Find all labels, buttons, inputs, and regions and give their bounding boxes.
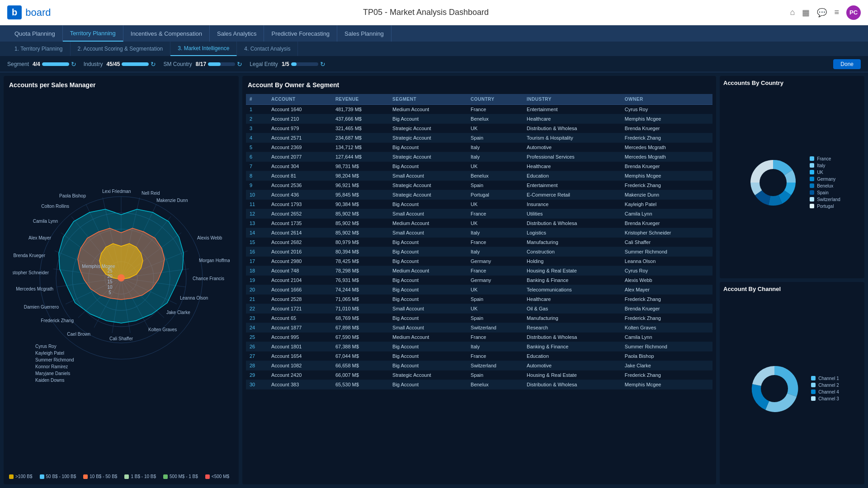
legal-entity-bar <box>291 62 318 66</box>
svg-point-65 <box>760 169 787 196</box>
sm-country-progress: 8/17 ↻ <box>196 61 242 68</box>
segment-progress: 4/4 ↻ <box>33 61 76 68</box>
nav-territory-planning[interactable]: Territory Planning <box>63 25 123 42</box>
table-row[interactable]: 8Account 8198,204 M$Small AccountBenelux… <box>246 171 712 181</box>
accounts-table-container[interactable]: # ACCOUNT REVENUE SEGMENT COUNTRY INDUST… <box>246 94 712 481</box>
table-row[interactable]: 3Account 979321,465 M$Strategic AccountU… <box>246 124 712 133</box>
table-row[interactable]: 17Account 298078,425 M$Big AccountGerman… <box>246 257 712 266</box>
table-row[interactable]: 25Account 99567,590 M$Medium AccountFran… <box>246 333 712 342</box>
table-row[interactable]: 11Account 179390,384 M$Big AccountUKInsu… <box>246 200 712 209</box>
table-cell: 134,712 M$ <box>332 143 389 152</box>
table-row[interactable]: 24Account 187767,898 M$Small AccountSwit… <box>246 323 712 333</box>
sub-account-scoring[interactable]: 2. Account Scoring & Segmentation <box>71 42 171 56</box>
table-row[interactable]: 1Account 1640481,739 M$Medium AccountFra… <box>246 105 712 114</box>
table-row[interactable]: 7Account 30498,731 M$Big AccountUKHealth… <box>246 162 712 171</box>
table-cell: 98,204 M$ <box>332 171 389 181</box>
table-cell: Summer Richmond <box>621 342 712 352</box>
by-channel-title: Account By Channel <box>723 286 861 292</box>
table-row[interactable]: 5Account 2369134,712 M$Big AccountItalyA… <box>246 143 712 152</box>
table-row[interactable]: 6Account 2077127,644 M$Strategic Account… <box>246 152 712 162</box>
sub-market-intelligence[interactable]: 3. Market Intelligence <box>170 42 237 56</box>
table-cell: Kolten Graves <box>621 323 712 333</box>
table-cell: Paola Bishop <box>621 352 712 361</box>
table-cell: Leanna Olson <box>621 257 712 266</box>
table-cell: Benelux <box>467 114 523 124</box>
nav-incentives[interactable]: Incentives & Compensation <box>123 25 210 42</box>
table-row[interactable]: 21Account 252871,065 M$Big AccountSpainH… <box>246 295 712 304</box>
table-cell: Big Account <box>389 143 467 152</box>
table-cell: Strategic Account <box>389 152 467 162</box>
table-cell: Big Account <box>389 352 467 361</box>
table-cell: Account 2528 <box>268 295 332 304</box>
col-country: COUNTRY <box>467 94 523 105</box>
table-cell: UK <box>467 200 523 209</box>
nav-sales-planning[interactable]: Sales Planning <box>337 25 392 42</box>
sm-country-refresh-icon[interactable]: ↻ <box>237 61 242 68</box>
nav-quota-planning[interactable]: Quota Planning <box>7 25 63 42</box>
table-cell: Housing & Real Estate <box>523 371 621 380</box>
table-cell: 321,465 M$ <box>332 124 389 133</box>
table-cell: Small Account <box>389 323 467 333</box>
table-row[interactable]: 23Account 6568,769 M$Big AccountSpainMan… <box>246 314 712 323</box>
table-row[interactable]: 9Account 253696,921 M$Strategic AccountS… <box>246 181 712 190</box>
table-row[interactable]: 27Account 165467,044 M$Big AccountFrance… <box>246 352 712 361</box>
table-cell: Germany <box>467 257 523 266</box>
table-cell: Benelux <box>467 380 523 389</box>
table-cell: UK <box>467 219 523 228</box>
table-cell: Account 2077 <box>268 152 332 162</box>
table-row[interactable]: 13Account 173585,902 M$Medium AccountUKD… <box>246 219 712 228</box>
table-row[interactable]: 20Account 166674,244 M$Big AccountUKTele… <box>246 285 712 295</box>
filter-legal-entity: Legal Entity 1/5 ↻ <box>250 61 325 68</box>
chat-icon[interactable]: 💬 <box>817 8 827 18</box>
sub-contact-analysis[interactable]: 4. Contact Analysis <box>237 42 298 56</box>
table-row[interactable]: 16Account 201680,394 M$Big AccountItalyC… <box>246 247 712 257</box>
table-cell: Oil & Gas <box>523 304 621 314</box>
table-cell: 98,731 M$ <box>332 162 389 171</box>
done-button[interactable]: Done <box>833 59 861 69</box>
segment-refresh-icon[interactable]: ↻ <box>71 61 76 68</box>
table-row[interactable]: 26Account 180167,388 M$Big AccountItalyB… <box>246 342 712 352</box>
dashboard-icon[interactable]: ▦ <box>802 8 810 18</box>
table-row[interactable]: 28Account 108266,658 M$Big AccountSwitze… <box>246 361 712 371</box>
legend-channel1: Channel 1 <box>811 376 839 381</box>
table-cell: Frederick Zhang <box>621 295 712 304</box>
menu-icon[interactable]: ≡ <box>834 8 839 17</box>
segment-label: Segment <box>7 61 29 67</box>
table-row[interactable]: 22Account 172171,010 M$Small AccountUKOi… <box>246 304 712 314</box>
nav-sales-analytics[interactable]: Sales Analytics <box>210 25 264 42</box>
table-cell: 74,244 M$ <box>332 285 389 295</box>
svg-text:Damien Guerrero: Damien Guerrero <box>24 305 59 310</box>
subnav: 1. Territory Planning 2. Account Scoring… <box>0 42 868 56</box>
table-row[interactable]: 30Account 38365,530 M$Big AccountBenelux… <box>246 380 712 389</box>
legend-500m-1b: 500 M$ - 1 B$ <box>163 474 198 479</box>
avatar[interactable]: PC <box>846 5 861 20</box>
table-row[interactable]: 12Account 265285,902 M$Small AccountFran… <box>246 209 712 219</box>
table-cell: 26 <box>246 342 268 352</box>
table-row[interactable]: 10Account 43695,845 M$Strategic AccountP… <box>246 190 712 200</box>
table-cell: Small Account <box>389 304 467 314</box>
table-row[interactable]: 2Account 210437,666 M$Big AccountBenelux… <box>246 114 712 124</box>
svg-text:Camila Lynn: Camila Lynn <box>33 219 58 224</box>
sm-country-label: SM Country <box>163 61 192 67</box>
table-cell: 80,979 M$ <box>332 238 389 247</box>
table-row[interactable]: 19Account 210476,931 M$Big AccountGerman… <box>246 276 712 285</box>
industry-refresh-icon[interactable]: ↻ <box>151 61 156 68</box>
nav-predictive-forecasting[interactable]: Predictive Forecasting <box>264 25 337 42</box>
home-icon[interactable]: ⌂ <box>790 8 795 17</box>
right-panel: Accounts By Country <box>720 76 864 484</box>
table-cell: Healthcare <box>523 295 621 304</box>
table-row[interactable]: 18Account 74878,298 M$Medium AccountFran… <box>246 266 712 276</box>
table-cell: 23 <box>246 314 268 323</box>
svg-text:Konnor Ramirez: Konnor Ramirez <box>35 364 68 369</box>
table-cell: Healthcare <box>523 162 621 171</box>
table-row[interactable]: 4Account 2571234,687 M$Strategic Account… <box>246 133 712 143</box>
legal-entity-refresh-icon[interactable]: ↻ <box>320 61 326 68</box>
account-by-owner-title: Account By Owner & Segment <box>246 80 712 90</box>
table-cell: Account 2571 <box>268 133 332 143</box>
svg-text:Makenzie Dunn: Makenzie Dunn <box>156 198 188 203</box>
table-row[interactable]: 14Account 261485,902 M$Small AccountItal… <box>246 228 712 238</box>
table-row[interactable]: 29Account 242066,007 M$Strategic Account… <box>246 371 712 380</box>
table-row[interactable]: 15Account 268280,979 M$Big AccountFrance… <box>246 238 712 247</box>
sub-territory-planning[interactable]: 1. Territory Planning <box>7 42 71 56</box>
table-cell: France <box>467 105 523 114</box>
